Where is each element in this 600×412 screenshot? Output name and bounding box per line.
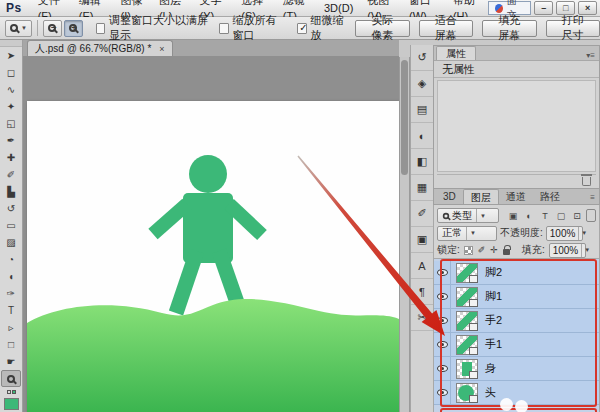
zoom-out-button[interactable] [43,20,62,37]
layer-visibility-toggle[interactable] [434,333,451,356]
filter-icon-0[interactable]: ▣ [507,211,519,221]
tab-channels[interactable]: 通道 [499,189,533,204]
hand-tool[interactable]: ☛ [0,353,22,370]
tab-3d[interactable]: 3D [436,189,463,204]
layer-row[interactable]: 头 [434,381,599,405]
panel-adjustments-icon[interactable]: ◐ [411,123,433,149]
options-button-2[interactable]: 填充屏幕 [482,20,536,37]
panel-swatches-icon[interactable]: ▦ [411,175,433,201]
zoom-option-0[interactable]: 调整窗口大小以满屏显示 [96,13,209,43]
layer-row[interactable]: 脚1 [434,285,599,309]
blur-tool[interactable]: ◔ [0,251,22,268]
fill-field[interactable]: 100% ▼ [549,243,586,258]
quick-selection-tool[interactable]: ✦ [0,98,22,115]
foreground-color-swatch[interactable] [4,398,19,410]
filter-icon-3[interactable]: ▢ [555,211,567,221]
tab-properties[interactable]: 属性 [436,46,476,60]
clone-stamp-tool[interactable]: ▙ [0,183,22,200]
filter-icon-1[interactable]: ◐ [523,211,535,221]
brush-tool[interactable]: ✐ [0,166,22,183]
layer-visibility-toggle[interactable] [434,309,451,332]
panel-character-icon[interactable]: A [411,253,433,279]
options-button-0[interactable]: 实际像素 [355,20,409,37]
options-button-1[interactable]: 适合屏幕 [419,20,473,37]
opacity-field[interactable]: 100% ▼ [546,226,583,241]
panel-info-icon[interactable]: ▤ [411,97,433,123]
panel-masks-icon[interactable]: ◧ [411,149,433,175]
panel-menu-icon[interactable]: ≡ [590,193,599,204]
layer-thumbnail[interactable] [456,311,478,331]
shape-tool[interactable]: □ [0,336,22,353]
lasso-tool[interactable]: ∿ [0,81,22,98]
checkbox-icon[interactable] [219,23,228,34]
panel-tool-presets-icon[interactable]: ✂ [411,305,433,331]
layer-filter-dropdown[interactable]: 类型 ▼ [437,208,499,223]
eyedropper-tool[interactable]: ✒ [0,132,22,149]
lock-label: 锁定: [437,243,460,257]
panel-brush-icon[interactable]: ✐ [411,201,433,227]
lock-position-icon[interactable]: ✛ [490,245,498,255]
layer-thumbnail[interactable] [456,287,478,307]
move-tool[interactable]: ➤ [0,47,22,64]
layer-visibility-toggle[interactable] [434,285,451,308]
zoom-tool-preset-dropdown[interactable]: ▼ [5,20,32,37]
scrollbar-thumb[interactable] [401,60,408,175]
layer-name: 手1 [485,337,502,352]
filter-icon-2[interactable]: T [539,211,551,221]
layer-name: 脚1 [485,289,502,304]
layer-thumbnail[interactable] [456,263,478,283]
path-selection-tool-icon: ▹ [8,322,13,333]
layer-row[interactable]: 手1 [434,333,599,357]
pen-tool[interactable]: ✑ [0,285,22,302]
canvas-art [27,101,399,412]
tab-paths[interactable]: 路径 [533,189,567,204]
dodge-tool[interactable]: ◖ [0,268,22,285]
zoom-out-icon [48,24,56,32]
healing-brush-tool[interactable]: ✚ [0,149,22,166]
layer-row[interactable]: 手2 [434,309,599,333]
zoom-in-button[interactable] [64,20,83,37]
layer-visibility-toggle[interactable] [434,357,451,380]
swap-colors-icon[interactable] [0,387,22,397]
gradient-tool[interactable]: ▨ [0,234,22,251]
zoom-tool[interactable] [1,370,21,387]
lock-pixels-icon[interactable]: ✐ [478,245,486,255]
tools-panel-header[interactable] [0,40,22,47]
properties-footer [437,174,596,187]
lock-transparency-icon[interactable] [464,246,473,255]
layer-row[interactable]: 脚2 [434,261,599,285]
layer-thumbnail[interactable] [456,383,478,403]
tab-layers[interactable]: 图层 [463,189,499,204]
minimize-button[interactable]: – [534,1,553,15]
path-selection-tool[interactable]: ▹ [0,319,22,336]
blend-mode-dropdown[interactable]: 正常 ▼ [437,226,497,241]
panel-history-icon[interactable]: ↺ [411,45,433,71]
checkbox-icon[interactable] [96,23,105,34]
layer-thumbnail[interactable] [456,359,478,379]
crop-tool[interactable]: ◱ [0,115,22,132]
filter-icon-4[interactable]: ⊡ [571,211,583,221]
document-tab[interactable]: 人.psd @ 66.7%(RGB/8) * × [27,40,173,56]
panel-clone-source-icon[interactable]: ▣ [411,227,433,253]
tab-close-icon[interactable]: × [159,44,164,54]
checkbox-icon[interactable] [297,23,306,34]
eraser-tool[interactable]: ▭ [0,217,22,234]
canvas-vertical-scrollbar[interactable] [399,57,410,412]
zoom-option-2[interactable]: 细微缩放 [297,13,346,43]
zoom-option-1[interactable]: 缩放所有窗口 [219,13,286,43]
layer-row[interactable]: 身 [434,357,599,381]
trash-icon[interactable] [582,177,591,186]
options-button-3[interactable]: 打印尺寸 [546,20,600,37]
type-tool[interactable]: T [0,302,22,319]
marquee-tool[interactable]: ◻ [0,64,22,81]
layer-visibility-toggle[interactable] [434,261,451,284]
history-brush-tool[interactable]: ↺ [0,200,22,217]
canvas[interactable] [27,101,399,412]
filter-toggle[interactable] [586,209,596,222]
lock-all-icon[interactable] [503,249,510,255]
layer-thumbnail[interactable] [456,335,478,355]
layer-visibility-toggle[interactable] [434,381,451,404]
panel-paragraph-icon[interactable]: ¶ [411,279,433,305]
panel-styles-icon[interactable]: ◈ [411,71,433,97]
panel-menu-icon[interactable]: ▾≡ [586,51,599,60]
